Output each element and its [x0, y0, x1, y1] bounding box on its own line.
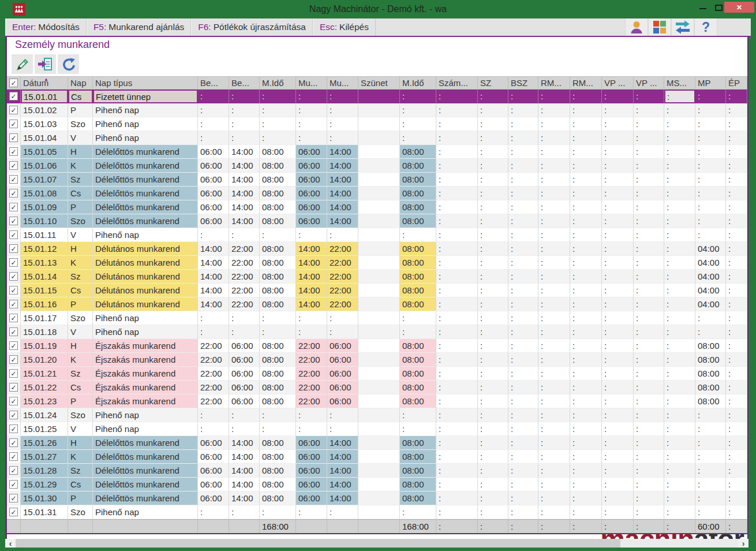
cell-date[interactable]: 15.01.01	[21, 90, 68, 103]
cell-vp2[interactable]: :	[634, 131, 664, 145]
cell-mp[interactable]: 04:00	[695, 297, 726, 311]
cell-bsz[interactable]: :	[508, 339, 538, 353]
cell-ms[interactable]: :	[664, 90, 695, 103]
cell-rm1[interactable]: :	[538, 270, 570, 284]
cell-rm1[interactable]: :	[538, 187, 570, 200]
cell-ms[interactable]: :	[664, 145, 695, 159]
cell-sz[interactable]: :	[478, 422, 508, 436]
cell-mu2[interactable]: :	[327, 505, 358, 519]
cell-be1[interactable]: 06:00	[198, 173, 229, 187]
cell-day[interactable]: V	[68, 228, 93, 242]
cell-be2[interactable]: :	[229, 505, 260, 519]
cell-rm2[interactable]: :	[570, 478, 602, 492]
cell-szunet[interactable]	[358, 145, 400, 159]
cell-rm2[interactable]: :	[570, 173, 602, 187]
cell-mido2[interactable]: :	[400, 228, 436, 242]
cell-mido1[interactable]: 08:00	[260, 284, 296, 297]
cell-mido1[interactable]: 08:00	[260, 450, 296, 464]
cell-szam[interactable]: :	[436, 505, 478, 519]
table-row[interactable]: ✓15.01.11VPihenő nap::::::::::::::::	[7, 228, 747, 242]
cell-ms[interactable]: :	[664, 187, 695, 200]
cell-type[interactable]: Pihenő nap	[93, 131, 198, 145]
cell-date[interactable]: 15.01.19	[21, 339, 68, 353]
cell-be2[interactable]: 06:00	[229, 394, 260, 408]
cell-day[interactable]: P	[68, 297, 93, 311]
cell-mido1[interactable]: 08:00	[260, 394, 296, 408]
row-checkbox[interactable]: ✓	[9, 92, 18, 100]
cell-bsz[interactable]: :	[508, 436, 538, 450]
cell-rm2[interactable]: :	[570, 394, 602, 408]
cell-bsz[interactable]: :	[508, 256, 538, 270]
cell-ep[interactable]: :	[726, 422, 747, 436]
cell-vp1[interactable]: :	[602, 381, 634, 394]
cell-szam[interactable]: :	[436, 408, 478, 422]
cell-mido2[interactable]: 08:00	[400, 367, 436, 381]
table-row[interactable]: ✓15.01.16PDélutános munkarend14:0022:000…	[7, 297, 747, 311]
cell-szunet[interactable]	[358, 173, 400, 187]
cell-mu1[interactable]: 22:00	[296, 339, 327, 353]
cell-sz[interactable]: :	[478, 464, 508, 478]
cell-vp1[interactable]: :	[602, 422, 634, 436]
cell-bsz[interactable]: :	[508, 187, 538, 200]
cell-be2[interactable]: :	[229, 325, 260, 339]
cell-be2[interactable]: :	[229, 131, 260, 145]
cell-ep[interactable]: :	[726, 131, 747, 145]
cell-bsz[interactable]: :	[508, 311, 538, 325]
cell-ep[interactable]: :	[726, 159, 747, 173]
cell-rm2[interactable]: :	[570, 353, 602, 367]
cell-mu2[interactable]: 22:00	[327, 256, 358, 270]
cell-mp[interactable]: :	[695, 103, 726, 117]
cell-day[interactable]: H	[68, 145, 93, 159]
cell-vp2[interactable]: :	[634, 90, 664, 103]
cell-mp[interactable]: :	[695, 228, 726, 242]
cell-szunet[interactable]	[358, 492, 400, 505]
cell-ms[interactable]: :	[664, 394, 695, 408]
table-row[interactable]: ✓15.01.09PDélelőttös munkarend06:0014:00…	[7, 200, 747, 214]
cell-szunet[interactable]	[358, 117, 400, 131]
cell-mp[interactable]: :	[695, 422, 726, 436]
cell-rm2[interactable]: :	[570, 103, 602, 117]
cell-mu2[interactable]: :	[327, 228, 358, 242]
cell-day[interactable]: V	[68, 131, 93, 145]
cell-mp[interactable]: :	[695, 325, 726, 339]
cell-rm1[interactable]: :	[538, 297, 570, 311]
cell-vp2[interactable]: :	[634, 214, 664, 228]
cell-mu2[interactable]: 06:00	[327, 353, 358, 367]
cell-mido2[interactable]: 08:00	[400, 297, 436, 311]
cell-vp2[interactable]: :	[634, 117, 664, 131]
cell-mu2[interactable]: 22:00	[327, 284, 358, 297]
cell-ep[interactable]: :	[726, 173, 747, 187]
cell-szam[interactable]: :	[436, 492, 478, 505]
cell-mido2[interactable]: :	[400, 325, 436, 339]
cell-type[interactable]: Délelőttös munkarend	[93, 200, 198, 214]
cell-check[interactable]: ✓	[7, 492, 21, 505]
cell-mu1[interactable]: :	[296, 422, 327, 436]
row-checkbox[interactable]: ✓	[9, 147, 18, 156]
cell-mp[interactable]: 08:00	[695, 353, 726, 367]
cell-type[interactable]: Délelőttös munkarend	[93, 145, 198, 159]
cell-vp1[interactable]: :	[602, 284, 634, 297]
column-header-rm2[interactable]: RM...	[570, 77, 602, 89]
cell-szam[interactable]: :	[436, 228, 478, 242]
cell-mido2[interactable]: 08:00	[400, 436, 436, 450]
cell-day[interactable]: Szo	[68, 214, 93, 228]
cell-be2[interactable]: 14:00	[229, 436, 260, 450]
cell-rm1[interactable]: :	[538, 422, 570, 436]
cell-be1[interactable]: 22:00	[198, 381, 229, 394]
cell-szunet[interactable]	[358, 297, 400, 311]
cell-mu1[interactable]: :	[296, 311, 327, 325]
cell-date[interactable]: 15.01.30	[21, 492, 68, 505]
cell-mu1[interactable]: 14:00	[296, 256, 327, 270]
cell-mu1[interactable]: :	[296, 228, 327, 242]
cell-sz[interactable]: :	[478, 103, 508, 117]
cell-date[interactable]: 15.01.26	[21, 436, 68, 450]
cell-rm1[interactable]: :	[538, 173, 570, 187]
row-checkbox[interactable]: ✓	[9, 452, 18, 461]
cell-type[interactable]: Pihenő nap	[93, 408, 198, 422]
cell-mp[interactable]: 08:00	[695, 394, 726, 408]
cell-ep[interactable]: :	[726, 492, 747, 505]
cell-check[interactable]: ✓	[7, 90, 21, 103]
cell-vp2[interactable]: :	[634, 367, 664, 381]
cell-type[interactable]: Éjszakás munkarend	[93, 367, 198, 381]
cell-mido2[interactable]: 08:00	[400, 284, 436, 297]
